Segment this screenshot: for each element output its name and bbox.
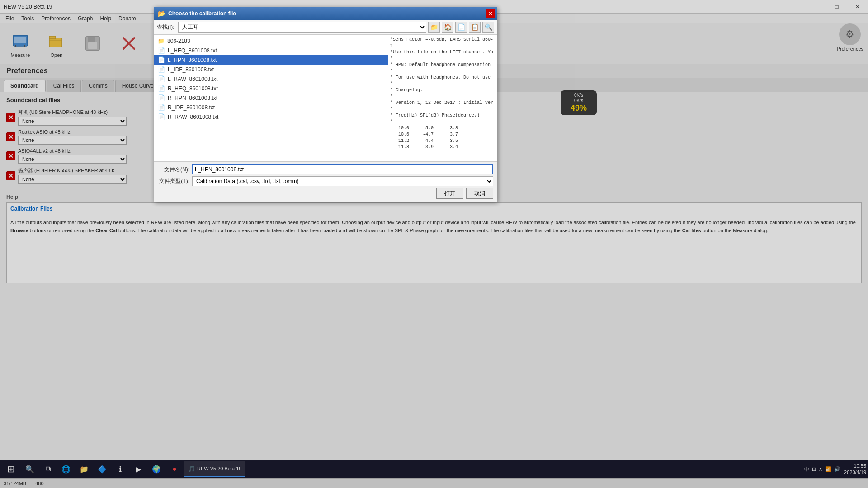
nav-btn-detail[interactable]: 🔍 bbox=[482, 22, 494, 33]
file-item-6[interactable]: 📄 R_IDF_8601008.txt bbox=[154, 103, 388, 112]
file-item-3[interactable]: 📄 L_RAW_8601008.txt bbox=[154, 74, 388, 84]
dialog-close-button[interactable]: ✕ bbox=[486, 9, 495, 18]
preview-line-6: * bbox=[390, 81, 495, 87]
preview-line-0: *Sens Factor =-0.5dB, EARS Serial 860-1 bbox=[390, 37, 495, 49]
file-label-2: L_IDF_8601008.txt bbox=[168, 66, 214, 73]
file-icon-6: 📄 bbox=[158, 104, 165, 111]
dialog-title-bar: 📂 Choose the calibration file ✕ bbox=[154, 7, 497, 20]
file-item-5[interactable]: 📄 R_HPN_8601008.txt bbox=[154, 93, 388, 103]
file-icon-4: 📄 bbox=[158, 85, 165, 92]
dialog-cancel-button[interactable]: 取消 bbox=[466, 188, 493, 199]
dialog-buttons: 打开 取消 bbox=[158, 188, 493, 199]
dialog-title-icon: 📂 bbox=[158, 10, 165, 17]
file-label-4: R_HEQ_8601008.txt bbox=[168, 85, 218, 92]
preview-line-2: * bbox=[390, 56, 495, 62]
preview-line-5: * For use with headphones. Do not use bbox=[390, 75, 495, 81]
file-label-3: L_RAW_8601008.txt bbox=[168, 76, 217, 82]
filename-row: 文件名(N): bbox=[158, 164, 493, 174]
file-label-0: L_HEQ_8601008.txt bbox=[168, 47, 217, 54]
file-chooser-dialog: 📂 Choose the calibration file ✕ 查找(I): 人… bbox=[154, 7, 497, 202]
nav-btn-new[interactable]: 📄 bbox=[455, 22, 467, 33]
nav-btn-folder[interactable]: 📁 bbox=[428, 22, 440, 33]
preview-line-16: 11.8 -3.9 3.4 bbox=[390, 144, 495, 150]
preview-line-14: 10.6 -4.7 3.7 bbox=[390, 131, 495, 138]
preview-line-13: 10.0 -5.0 3.8 bbox=[390, 125, 495, 131]
file-label-5: R_HPN_8601008.txt bbox=[168, 95, 217, 101]
file-icon-5: 📄 bbox=[158, 94, 165, 101]
dialog-bottom: 文件名(N): 文件类型(T): Calibration Data (.cal,… bbox=[154, 161, 497, 202]
dialog-title-text: Choose the calibration file bbox=[168, 10, 236, 17]
file-icon-3: 📄 bbox=[158, 75, 165, 82]
file-item-0[interactable]: 📄 L_HEQ_8601008.txt bbox=[154, 46, 388, 55]
preview-line-10: * bbox=[390, 106, 495, 113]
filename-label: 文件名(N): bbox=[158, 166, 189, 174]
preview-line-15: 11.2 -4.4 3.5 bbox=[390, 138, 495, 144]
preview-line-11: * Freq(Hz) SPL(dB) Phase(degrees) bbox=[390, 113, 495, 119]
filetype-row: 文件类型(T): Calibration Data (.cal, .csv, .… bbox=[158, 176, 493, 186]
preview-line-4: * bbox=[390, 68, 495, 75]
file-label-7: R_RAW_8601008.txt bbox=[168, 114, 218, 120]
filetype-select[interactable]: Calibration Data (.cal, .csv, .frd, .txt… bbox=[192, 176, 493, 186]
preview-line-8: * bbox=[390, 94, 495, 100]
folder-icon: 📁 bbox=[158, 38, 165, 44]
preview-line-3: * HPN: Default headphone compensation bbox=[390, 62, 495, 68]
file-icon-7: 📄 bbox=[158, 113, 165, 120]
dialog-overlay: 📂 Choose the calibration file ✕ 查找(I): 人… bbox=[0, 0, 868, 488]
file-item-4[interactable]: 📄 R_HEQ_8601008.txt bbox=[154, 84, 388, 93]
look-in-label: 查找(I): bbox=[157, 23, 175, 31]
file-item-1[interactable]: 📄 L_HPN_8601008.txt bbox=[154, 55, 388, 65]
file-label-1: L_HPN_8601008.txt bbox=[168, 57, 217, 63]
file-icon-0: 📄 bbox=[158, 47, 165, 54]
nav-btn-list[interactable]: 📋 bbox=[469, 22, 481, 33]
file-label-6: R_IDF_8601008.txt bbox=[168, 104, 215, 111]
file-list: 📁 806-2183 📄 L_HEQ_8601008.txt 📄 L_HPN_8… bbox=[154, 35, 388, 161]
filename-input[interactable] bbox=[192, 164, 493, 174]
dialog-toolbar: 查找(I): 人工耳 📁 🏠 📄 📋 🔍 bbox=[154, 20, 497, 35]
nav-btn-home[interactable]: 🏠 bbox=[442, 22, 453, 33]
preview-line-9: * Version 1, 12 Dec 2017 : Initial ver bbox=[390, 100, 495, 106]
preview-line-12: * bbox=[390, 119, 495, 125]
preview-pane: *Sens Factor =-0.5dB, EARS Serial 860-1 … bbox=[388, 35, 497, 161]
file-item-7[interactable]: 📄 R_RAW_8601008.txt bbox=[154, 112, 388, 122]
file-item-2[interactable]: 📄 L_IDF_8601008.txt bbox=[154, 65, 388, 74]
folder-label: 806-2183 bbox=[167, 38, 190, 44]
folder-item-806[interactable]: 📁 806-2183 bbox=[154, 37, 388, 46]
preview-line-1: *Use this file on the LEFT channel. Yo bbox=[390, 49, 495, 56]
file-icon-2: 📄 bbox=[158, 66, 165, 73]
preview-line-7: * Changelog: bbox=[390, 87, 495, 94]
filetype-label: 文件类型(T): bbox=[158, 178, 189, 185]
dialog-body: 📁 806-2183 📄 L_HEQ_8601008.txt 📄 L_HPN_8… bbox=[154, 35, 497, 161]
file-icon-1: 📄 bbox=[158, 56, 165, 63]
dialog-open-button[interactable]: 打开 bbox=[436, 188, 463, 199]
path-combo[interactable]: 人工耳 bbox=[178, 22, 426, 33]
